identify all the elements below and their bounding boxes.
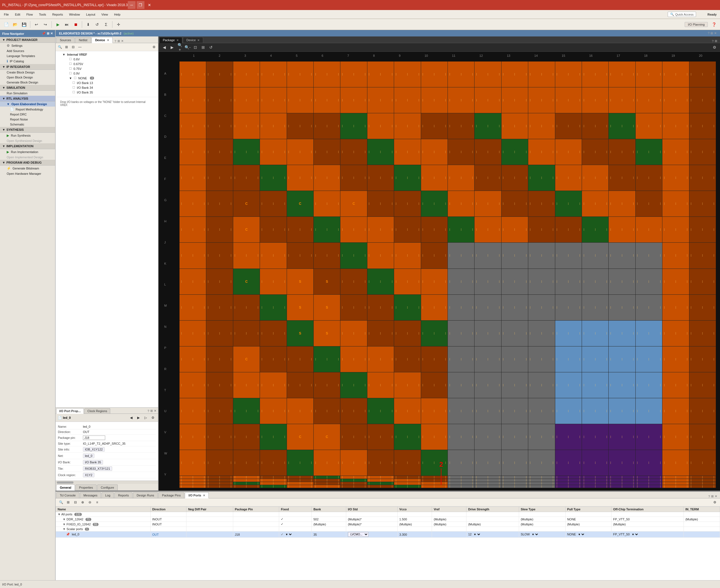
th-neg-diff[interactable]: Neg Diff Pair (186, 507, 233, 512)
chip-cell-B13[interactable] (502, 87, 528, 113)
menu-help[interactable]: Help (111, 12, 123, 17)
nav-section-ip-integrator[interactable]: ▼ IP INTEGRATOR (0, 64, 55, 70)
chip-cell-U6[interactable] (314, 476, 340, 479)
chip-cell-E5[interactable] (287, 165, 313, 191)
nav-item-open-elab[interactable]: ▼ Open Elaborated Design (0, 102, 55, 107)
chip-cell-H11[interactable] (448, 243, 474, 268)
chip-cell-A16[interactable] (582, 62, 608, 87)
chip-cell-M9[interactable] (394, 346, 421, 372)
chip-cell-D11[interactable] (448, 139, 474, 165)
chip-cell-B17[interactable] (609, 87, 635, 113)
vref-item-0.9V[interactable]: ☐ 0.9V (56, 71, 158, 76)
bot-bus-btn[interactable]: ≡ (94, 499, 100, 505)
sum-button[interactable]: Σ (102, 21, 110, 28)
chip-cell-J12[interactable] (474, 269, 501, 294)
chip-cell-N3[interactable] (233, 372, 260, 398)
chip-cell-R19[interactable] (662, 424, 689, 450)
chip-cell-Y17[interactable] (609, 485, 635, 488)
chip-cell-D15[interactable] (555, 139, 582, 165)
chip-cell-P7[interactable] (340, 398, 367, 424)
table-row-led0[interactable]: 📌 led_0 OUT J18 ✓ ▼ (56, 531, 720, 538)
chip-cell-U11[interactable] (448, 476, 474, 479)
restore-button[interactable]: ❐ (137, 1, 145, 9)
pkg-select-btn[interactable]: ⊞ (200, 44, 207, 51)
bot-tab-design-runs[interactable]: Design Runs (133, 492, 158, 498)
fixedio-expand[interactable]: ▼ (63, 523, 66, 526)
chip-cell-E8[interactable] (367, 165, 394, 191)
chip-cell-G11[interactable] (448, 217, 474, 243)
chip-cell-H13[interactable] (502, 243, 528, 268)
pkg-help-icon[interactable]: ? (712, 40, 714, 43)
vref-item-none[interactable]: ▼ ☐ NONE 3 (56, 76, 158, 80)
io-ports-tab-close[interactable]: ✕ (203, 494, 205, 497)
chip-cell-V15[interactable] (555, 479, 582, 482)
ddr-expand[interactable]: ▼ (63, 518, 66, 521)
chip-cell-C18[interactable] (636, 113, 662, 139)
chip-cell-F19[interactable] (662, 191, 689, 216)
iop-next-btn[interactable]: ▷ (143, 415, 149, 421)
nav-item-run-synth[interactable]: ▶ Run Synthesis (0, 133, 55, 138)
chip-cell-R8[interactable] (367, 424, 394, 450)
chip-cell-G9[interactable] (394, 217, 421, 243)
chip-cell-L8[interactable] (367, 320, 394, 346)
led0-fixed-select[interactable]: ▼ (284, 533, 293, 536)
nav-item-report-drc[interactable]: Report DRC (0, 112, 55, 117)
chip-cell-T17[interactable] (609, 450, 635, 476)
chip-cell-H17[interactable] (609, 243, 635, 268)
chip-cell-E6[interactable] (314, 165, 340, 191)
td-fixedio-name[interactable]: ▼ FIXED_IO_12642 55 (56, 522, 151, 527)
chip-cell-A7[interactable] (340, 62, 367, 87)
chip-cell-K8[interactable] (367, 295, 394, 320)
chip-cell-K16[interactable] (582, 295, 608, 320)
chip-cell-L20[interactable] (690, 320, 716, 346)
chip-cell-R20[interactable] (690, 424, 716, 450)
bot-add-btn[interactable]: ⊕ (80, 499, 86, 505)
chip-grid[interactable]: CCCCCSSSSSSCCC (179, 62, 716, 488)
bot-tab-log[interactable]: Log (102, 492, 114, 498)
stop-button[interactable]: ⏹ (72, 21, 80, 28)
pkg-fwd-btn[interactable]: ▶ (169, 44, 175, 51)
chip-cell-L17[interactable] (609, 320, 635, 346)
chip-cell-H16[interactable] (582, 243, 608, 268)
chip-cell-B10[interactable] (421, 87, 447, 113)
chip-cell-T10[interactable] (421, 450, 447, 476)
chip-cell-C2[interactable] (206, 113, 233, 139)
td-scalar-name[interactable]: ▼ Scalar ports 1 (56, 527, 151, 531)
chip-cell-L14[interactable] (528, 320, 555, 346)
chip-cell-R5[interactable]: C (287, 424, 313, 450)
chip-cell-H15[interactable] (555, 243, 582, 268)
chip-cell-K1[interactable] (179, 295, 206, 320)
panel-expand-icon[interactable]: ⊞ (118, 39, 120, 43)
chip-cell-U3[interactable] (233, 476, 260, 479)
chip-cell-R7[interactable] (340, 424, 367, 450)
device-tab-close-icon[interactable]: ✕ (107, 39, 109, 42)
chip-cell-T18[interactable] (636, 450, 662, 476)
chip-cell-Y4[interactable] (260, 485, 287, 488)
chip-cell-T1[interactable] (179, 450, 206, 476)
chip-cell-C10[interactable] (421, 113, 447, 139)
chip-cell-J19[interactable] (662, 269, 689, 294)
chip-cell-L4[interactable] (260, 320, 287, 346)
step-button[interactable]: ⏭ (63, 21, 71, 28)
chip-cell-L15[interactable] (555, 320, 582, 346)
search-btn[interactable]: 🔍 (57, 44, 63, 50)
chip-cell-B2[interactable] (206, 87, 233, 113)
run-button[interactable]: ▶ (54, 21, 62, 28)
chip-cell-D6[interactable] (314, 139, 340, 165)
chip-cell-A17[interactable] (609, 62, 635, 87)
chip-cell-J5[interactable]: S (287, 269, 313, 294)
chip-cell-V2[interactable] (206, 479, 233, 482)
chip-cell-M3[interactable]: C (233, 346, 260, 372)
nav-item-run-impl[interactable]: ▶ Run Implementation (0, 149, 55, 155)
chip-cell-V1[interactable] (179, 479, 206, 482)
chip-cell-E16[interactable] (582, 165, 608, 191)
chip-cell-V5[interactable] (287, 479, 313, 482)
chip-cell-C11[interactable] (448, 113, 474, 139)
chip-cell-U7[interactable] (340, 476, 367, 479)
chip-cell-J1[interactable] (179, 269, 206, 294)
chip-cell-B15[interactable] (555, 87, 582, 113)
chip-cell-M11[interactable] (448, 346, 474, 372)
chip-cell-M1[interactable] (179, 346, 206, 372)
chip-cell-V16[interactable] (582, 479, 608, 482)
chip-cell-Y11[interactable] (448, 485, 474, 488)
